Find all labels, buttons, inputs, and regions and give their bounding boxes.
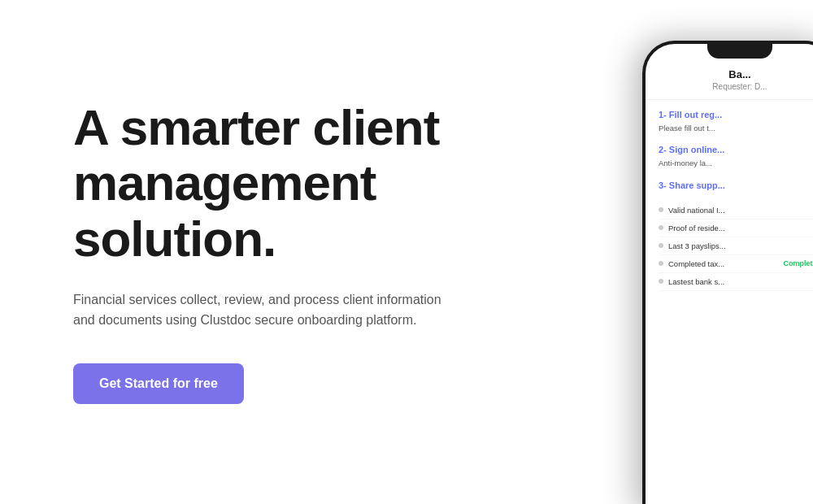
phone-device: Ba... Requester: D... 1- Fill out reg...… (642, 41, 813, 504)
phone-screen: Ba... Requester: D... 1- Fill out reg...… (646, 44, 813, 504)
section-3-title: 3- Share supp... (659, 180, 813, 190)
item-dot-icon (659, 207, 663, 212)
phone-mockup-section: Ba... Requester: D... 1- Fill out reg...… (602, 0, 813, 504)
section-2-desc: Anti-money la... (659, 158, 813, 168)
item-dot-icon (659, 261, 663, 266)
checklist-item: Proof of reside... (659, 219, 813, 237)
checklist-item: Lastest bank s... (659, 273, 813, 291)
section-2: 2- Sign online... Anti-money la... (659, 145, 813, 168)
item-dot-icon (659, 279, 663, 284)
hero-subtext: Financial services collect, review, and … (73, 289, 463, 331)
section-3: 3- Share supp... (659, 180, 813, 190)
main-headline: A smarter client management solution. (73, 100, 545, 267)
screen-title: Ba... (659, 68, 813, 80)
item-dot-icon (659, 243, 663, 248)
checklist-items: Valid national I...Proof of reside...Las… (659, 202, 813, 291)
hero-section: A smarter client management solution. Fi… (0, 0, 602, 504)
item-label: Proof of reside... (668, 224, 725, 232)
item-label: Lastest bank s... (668, 277, 724, 286)
section-1: 1- Fill out reg... Please fill out t... (659, 110, 813, 133)
phone-notch (707, 41, 772, 59)
checklist-item: Completed tax...Completed (659, 255, 813, 273)
status-badge: Completed (783, 259, 813, 267)
screen-content: 1- Fill out reg... Please fill out t... … (646, 100, 813, 504)
section-1-title: 1- Fill out reg... (659, 110, 813, 119)
section-1-desc: Please fill out t... (659, 123, 813, 133)
item-label: Completed tax... (668, 259, 724, 268)
section-2-title: 2- Sign online... (659, 145, 813, 154)
screen-subtitle: Requester: D... (659, 82, 813, 91)
item-label: Last 3 payslips... (668, 241, 726, 250)
item-label: Valid national I... (668, 206, 725, 215)
item-dot-icon (659, 225, 663, 230)
checklist-item: Valid national I... (659, 202, 813, 219)
get-started-button[interactable]: Get Started for free (73, 363, 244, 404)
checklist-item: Last 3 payslips... (659, 237, 813, 255)
